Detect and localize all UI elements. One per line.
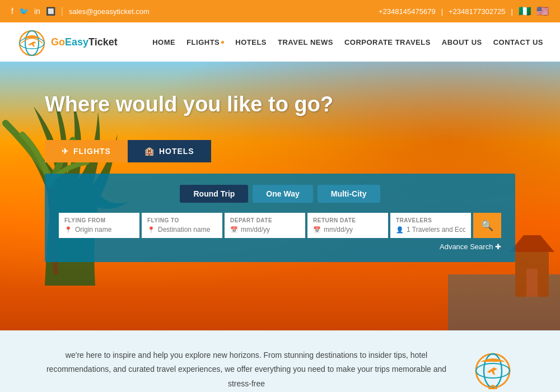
- location-icon-from: 📍: [64, 226, 72, 234]
- nav-contact[interactable]: CONTACT US: [493, 38, 543, 46]
- plane-icon: ✈: [62, 147, 69, 156]
- bottom-description: we're here to inspire and help you explo…: [45, 348, 448, 391]
- svg-marker-5: [510, 235, 554, 252]
- logo[interactable]: GoEasyTicket: [17, 28, 118, 56]
- depart-label: DEPART DATE: [230, 217, 300, 223]
- search-icon: 🔍: [481, 220, 493, 232]
- nav-home[interactable]: HOME: [152, 38, 175, 46]
- facebook-icon[interactable]: f: [11, 7, 13, 16]
- return-date-field: RETURN DATE 📅: [307, 213, 388, 238]
- search-panel: Round Trip One Way Multi-City FLYING FRO…: [45, 174, 515, 262]
- depart-date-input[interactable]: [241, 226, 300, 234]
- nav-flights[interactable]: FLIGHTS: [186, 38, 224, 46]
- phone1: +2348145475679: [379, 7, 436, 16]
- linkedin-icon[interactable]: in: [34, 7, 40, 16]
- svg-rect-10: [488, 388, 497, 389]
- usa-flag[interactable]: 🇺🇸: [536, 5, 549, 17]
- search-fields: FLYING FROM 📍 FLYING TO 📍 DEPART DATE 📅: [59, 213, 501, 238]
- hero-section: Where would you like to go? ✈ FLIGHTS 🏨 …: [0, 62, 560, 330]
- tab-flights[interactable]: ✈ FLIGHTS: [45, 140, 128, 162]
- top-bar-right: +2348145475679 | +2348177302725 | 🇳🇬 🇺🇸: [379, 5, 549, 17]
- return-label: RETURN DATE: [313, 217, 382, 223]
- twitter-icon[interactable]: 🐦: [19, 7, 29, 16]
- depart-date-field: DEPART DATE 📅: [225, 213, 305, 238]
- hero-title: Where would you like to go?: [45, 92, 333, 116]
- return-date-input[interactable]: [324, 226, 382, 234]
- main-nav: HOME FLIGHTS HOTELS TRAVEL NEWS CORPORAT…: [152, 38, 543, 46]
- logo-svg: [17, 28, 48, 56]
- person-icon: 👤: [396, 226, 404, 234]
- trip-type-row: Round Trip One Way Multi-City: [59, 185, 501, 203]
- flying-to-field: FLYING TO 📍: [142, 213, 222, 238]
- travelers-field: TRAVELERS 👤: [390, 213, 471, 238]
- calendar-icon-return: 📅: [313, 226, 321, 234]
- email-link[interactable]: sales@goeasyticket.com: [69, 7, 150, 16]
- travelers-label: TRAVELERS: [396, 217, 465, 223]
- nav-dot: [221, 41, 224, 44]
- advance-search[interactable]: Advance Search ✚: [59, 242, 501, 251]
- bottom-section: we're here to inspire and help you explo…: [0, 330, 560, 392]
- building-icon: 🏨: [144, 147, 155, 156]
- hero-tabs: ✈ FLIGHTS 🏨 HOTELS: [45, 140, 211, 162]
- one-way-btn[interactable]: One Way: [253, 185, 312, 203]
- svg-rect-6: [526, 269, 538, 297]
- flying-from-input[interactable]: [75, 226, 134, 234]
- flying-to-label: FLYING TO: [147, 217, 217, 223]
- round-trip-btn[interactable]: Round Trip: [180, 185, 248, 203]
- calendar-icon-depart: 📅: [230, 226, 238, 234]
- flying-to-input[interactable]: [158, 226, 217, 234]
- bottom-logo: [470, 347, 515, 392]
- location-icon-to: 📍: [147, 226, 155, 234]
- flying-from-field: FLYING FROM 📍: [59, 213, 139, 238]
- nav-about[interactable]: ABOUT US: [442, 38, 482, 46]
- nav-hotels[interactable]: HOTELS: [235, 38, 267, 46]
- instagram-icon[interactable]: 🔲: [46, 7, 55, 16]
- logo-text-container: GoEasyTicket: [51, 36, 118, 48]
- multi-city-btn[interactable]: Multi-City: [318, 185, 380, 203]
- nav-travel-news[interactable]: TRAVEL NEWS: [278, 38, 333, 46]
- travelers-input[interactable]: [407, 226, 465, 234]
- phone2: +2348177302725: [449, 7, 506, 16]
- header: GoEasyTicket HOME FLIGHTS HOTELS TRAVEL …: [0, 22, 560, 62]
- nav-corporate[interactable]: CORPORATE TRAVELS: [344, 38, 431, 46]
- top-bar-left: f 🐦 in 🔲 | sales@goeasyticket.com: [11, 6, 150, 16]
- search-button[interactable]: 🔍: [473, 213, 501, 238]
- tab-hotels[interactable]: 🏨 HOTELS: [128, 140, 211, 162]
- flying-from-label: FLYING FROM: [64, 217, 134, 223]
- nigeria-flag[interactable]: 🇳🇬: [519, 5, 531, 17]
- top-bar: f 🐦 in 🔲 | sales@goeasyticket.com +23481…: [0, 0, 560, 22]
